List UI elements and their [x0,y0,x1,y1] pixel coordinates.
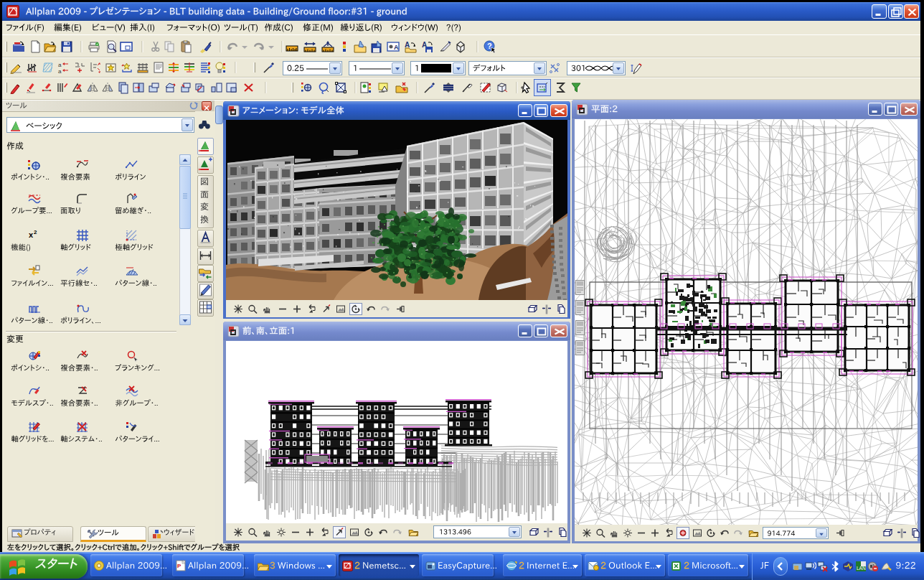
svg-text:P: P [177,563,182,569]
svg-text:x: x [29,230,34,239]
svg-text:A: A [394,44,399,51]
svg-text:A: A [405,41,410,49]
svg-text:LAN: LAN [857,566,866,571]
svg-text:a: a [58,68,62,74]
svg-text:2: 2 [34,229,37,235]
svg-text:a: a [58,62,62,68]
